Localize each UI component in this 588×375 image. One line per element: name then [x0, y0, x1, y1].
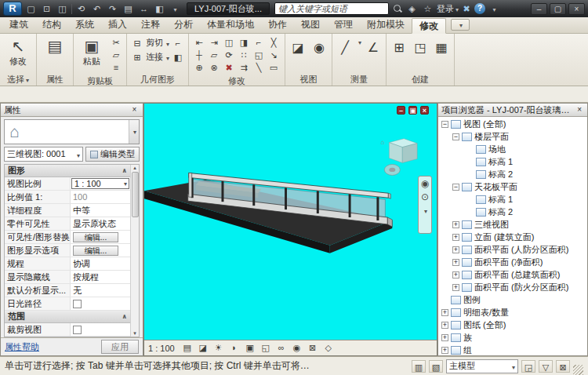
steering-wheel-icon[interactable]: ◉ [421, 178, 429, 189]
delete-icon[interactable]: ✖ [222, 61, 236, 74]
search-input[interactable] [274, 2, 389, 15]
help-menu-caret-icon[interactable] [488, 2, 501, 15]
mirror-draw-axis-icon[interactable]: ◨ [237, 36, 251, 49]
select-toggle-icon[interactable]: ⊠ [556, 360, 570, 373]
tree-item-elevations[interactable]: +立面 (建筑立面) [438, 231, 587, 243]
tree-item-views-all[interactable]: −视图 (全部) [438, 118, 587, 130]
tree-item-3d-views[interactable]: +三维视图 [438, 218, 587, 231]
panel-select-label[interactable]: 选择 [0, 74, 36, 86]
tree-item-level1[interactable]: 标高 1 [438, 155, 587, 168]
trim-single-icon[interactable]: ↘ [267, 49, 281, 61]
tab-massing-site[interactable]: 体量和场地 [200, 17, 261, 33]
scroll-down-icon[interactable]: ▾ [133, 330, 136, 337]
show-hidden-lines-value[interactable]: 按规程 [71, 271, 130, 283]
properties-toggle-button[interactable]: ▤ [40, 36, 70, 56]
properties-help-link[interactable]: 属性帮助 [5, 341, 39, 353]
open-icon[interactable]: ⊡ [40, 2, 53, 15]
split-gap-icon[interactable]: ╲ [252, 61, 266, 74]
zoom-icon[interactable]: ⊙ [421, 191, 429, 202]
properties-scrollbar[interactable]: ▴▾ [130, 165, 139, 337]
resize-grip-icon[interactable] [573, 365, 583, 375]
move-icon[interactable]: ┼ [192, 49, 206, 61]
group-graphics-header[interactable]: 图形 [5, 165, 130, 177]
viewcube-home-icon[interactable]: ⌂ [380, 139, 384, 146]
tree-item-area-plans-net[interactable]: +面积平面 (净面积) [438, 256, 587, 268]
maximize-button[interactable]: ▢ [550, 3, 566, 15]
app-menu-button[interactable]: R [3, 2, 22, 16]
save-icon[interactable]: ◫ [56, 2, 69, 15]
expander-icon[interactable]: − [441, 121, 448, 128]
section-icon[interactable]: ◧ [153, 2, 166, 15]
visual-style-icon[interactable]: ◪ [197, 342, 209, 354]
sun-path-checkbox[interactable] [73, 300, 82, 308]
copy-icon[interactable]: ▱ [109, 49, 123, 61]
copy-tool-icon[interactable]: ▱ [207, 49, 221, 61]
editable-only-icon[interactable]: ◲ [521, 360, 535, 373]
close-properties-icon[interactable] [129, 105, 140, 115]
scale-icon[interactable]: ◱ [252, 49, 266, 61]
expander-icon[interactable]: + [441, 322, 448, 329]
create-similar-icon[interactable]: ◳ [411, 36, 430, 60]
tab-modify[interactable]: 修改 [412, 18, 446, 34]
sun-path-icon[interactable]: ☀ [212, 342, 225, 354]
expander-icon[interactable]: + [452, 259, 459, 266]
cut-geometry-button[interactable]: ⊟ 剪切 ⌐ [130, 36, 185, 49]
tree-item-ceiling-plans[interactable]: −天花板平面 [438, 180, 587, 193]
3d-view-canvas[interactable]: ⌂ – ▣ × ◉ ⊙ [144, 104, 437, 340]
unlocked-view-icon[interactable]: ⊠ [307, 342, 319, 354]
tree-item-groups[interactable]: +组 [438, 344, 587, 355]
steering-wheel-disc[interactable] [384, 164, 400, 175]
sync-icon[interactable]: ⟲ [74, 2, 88, 15]
communication-center-icon[interactable]: ◈ [405, 2, 419, 15]
join-geometry-button[interactable]: ⊞ 连接 ◧ [130, 50, 185, 64]
design-options-icon[interactable]: ▧ [429, 360, 443, 373]
paste-button[interactable]: ▣ 粘贴 [77, 36, 107, 67]
new-icon[interactable]: ▢ [24, 2, 38, 15]
balcony-railing-model[interactable]: ⌂ [144, 104, 437, 340]
angular-dimension-icon[interactable]: ∠ [364, 36, 383, 60]
qat-customize-icon[interactable] [169, 2, 182, 15]
offset-icon[interactable]: ⇥ [207, 36, 221, 49]
visibility-graphics-edit-button[interactable]: 编辑... [73, 232, 118, 242]
tab-view[interactable]: 视图 [294, 17, 327, 33]
expander-icon[interactable]: + [452, 246, 459, 253]
favorites-icon[interactable]: ☆ [421, 2, 434, 15]
tree-item-area-plans-civil-defense[interactable]: +面积平面 (人防分区面积) [438, 243, 587, 256]
measure-icon[interactable]: ╱ [336, 36, 354, 60]
parts-visibility-value[interactable]: 显示原状态 [71, 217, 130, 230]
override-graphics-icon[interactable]: ◪ [289, 36, 307, 60]
pin-icon[interactable]: ⊕ [192, 61, 206, 74]
graphic-display-options-edit-button[interactable]: 编辑... [73, 246, 118, 256]
design-option-combo[interactable]: 主模型 [446, 359, 518, 373]
view-restore-icon[interactable]: ▣ [408, 106, 417, 115]
view-close-icon[interactable]: × [420, 106, 429, 115]
print-icon[interactable]: ▤ [122, 2, 135, 15]
tab-analyze[interactable]: 分析 [167, 17, 200, 33]
tree-item-ceiling-level2[interactable]: 标高 2 [438, 206, 587, 218]
shadows-icon[interactable]: ◗ [228, 342, 241, 354]
dimension-icon[interactable]: ↔ [137, 2, 151, 15]
tree-item-area-plans-gross[interactable]: +面积平面 (总建筑面积) [438, 268, 587, 281]
reveal-hidden-elements-icon[interactable]: ◉ [291, 342, 303, 354]
cut-icon[interactable]: ✂ [109, 36, 123, 49]
tab-annotate[interactable]: 注释 [134, 17, 167, 33]
array-icon[interactable]: ∷ [237, 49, 251, 61]
measure-caret-icon[interactable] [357, 36, 361, 47]
scroll-thumb[interactable] [132, 172, 139, 217]
redo-icon[interactable]: ↷ [106, 2, 119, 15]
scroll-up-icon[interactable]: ▴ [133, 165, 136, 171]
crop-view-checkbox[interactable] [73, 326, 82, 334]
expander-icon[interactable]: + [452, 284, 459, 291]
expander-icon[interactable]: + [441, 334, 448, 341]
tab-manage[interactable]: 管理 [327, 17, 360, 33]
demolish-icon[interactable]: ▭ [267, 61, 281, 74]
default-analysis-value[interactable]: 无 [71, 284, 130, 297]
expander-icon[interactable]: + [441, 347, 448, 354]
expander-icon[interactable]: + [452, 221, 459, 228]
hide-in-view-icon[interactable]: ◉ [310, 36, 328, 60]
mirror-pick-axis-icon[interactable]: ◫ [222, 36, 236, 49]
discipline-value[interactable]: 协调 [71, 257, 130, 270]
minimize-button[interactable]: – [531, 3, 547, 15]
unpin-icon[interactable]: ⊗ [207, 61, 221, 74]
navbar-more-icon[interactable] [423, 205, 427, 216]
